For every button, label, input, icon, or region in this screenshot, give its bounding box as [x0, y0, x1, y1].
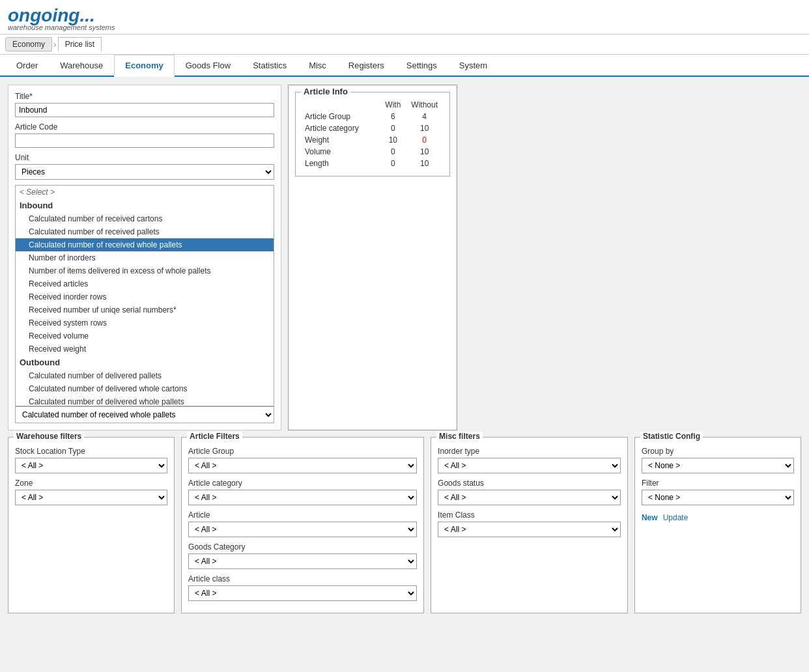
nav-warehouse[interactable]: Warehouse — [49, 55, 114, 77]
unit-select[interactable]: Pieces — [15, 164, 274, 180]
row-without: 4 — [406, 111, 443, 122]
new-link[interactable]: New — [642, 513, 658, 522]
article-category-label: Article category — [188, 479, 417, 488]
breadcrumb-sep: › — [52, 39, 58, 49]
row-with: 0 — [380, 158, 406, 169]
filter-select[interactable]: < None > — [642, 490, 794, 505]
update-link[interactable]: Update — [663, 513, 688, 522]
misc-filters: Misc filters Inorder type < All > Goods … — [431, 437, 628, 613]
form-left: Title* Article Code Unit Pieces < Select… — [8, 85, 281, 430]
breadcrumb: Economy › Price list — [0, 35, 809, 55]
stock-location-select[interactable]: < All > — [15, 458, 167, 473]
nav-registers[interactable]: Registers — [337, 55, 395, 77]
bottom-select[interactable]: Calculated number of received whole pall… — [16, 407, 274, 423]
item-received-weight[interactable]: Received weight — [16, 343, 274, 356]
article-code-label: Article Code — [15, 122, 274, 132]
inorder-type-label: Inorder type — [438, 447, 621, 456]
article-filters: Article Filters Article Group < All > Ar… — [181, 437, 424, 613]
item-num-inorders[interactable]: Number of inorders — [16, 251, 274, 264]
dropdown-list[interactable]: < Select > Inbound Calculated number of … — [15, 185, 274, 406]
col-with: With — [380, 99, 406, 111]
item-class-select[interactable]: < All > — [438, 522, 621, 537]
item-delivered-whole-cartons[interactable]: Calculated number of delivered whole car… — [16, 382, 274, 395]
zone-select[interactable]: < All > — [15, 490, 167, 505]
table-row: Length 0 10 — [302, 158, 443, 169]
stat-links: New Update — [642, 513, 794, 522]
article-info-panel: Article Info With Without Article Group … — [288, 85, 457, 430]
item-received-inorder-rows[interactable]: Received inorder rows — [16, 290, 274, 303]
item-received-volume[interactable]: Received volume — [16, 329, 274, 343]
item-calc-whole-pallets[interactable]: Calculated number of received whole pall… — [16, 238, 274, 251]
article-class-select[interactable]: < All > — [188, 585, 417, 601]
stat-config-title: Statistic Config — [640, 432, 703, 441]
group-outbound: Outbound — [16, 356, 274, 369]
article-class-label: Article class — [188, 574, 417, 583]
article-select[interactable]: < All > — [188, 522, 417, 537]
logo-text: ongoing... — [8, 5, 95, 25]
row-label: Volume — [302, 146, 380, 158]
row-with: 0 — [380, 122, 406, 134]
misc-filters-title: Misc filters — [436, 432, 483, 441]
breadcrumb-economy[interactable]: Economy — [5, 37, 52, 51]
bottom-select-wrap[interactable]: Calculated number of received whole pall… — [15, 406, 274, 423]
breadcrumb-pricelist[interactable]: Price list — [58, 37, 102, 51]
logo-subtitle: warehouse management systems — [8, 23, 115, 31]
statistic-config: Statistic Config Group by < None > Filte… — [634, 437, 801, 613]
goods-category-label: Goods Category — [188, 542, 417, 552]
filters-row: Warehouse filters Stock Location Type < … — [8, 437, 801, 613]
row-without: 0 — [406, 134, 443, 146]
row-without: 10 — [406, 158, 443, 169]
table-row: Weight 10 0 — [302, 134, 443, 146]
row-with: 0 — [380, 146, 406, 158]
filter-label: Filter — [642, 479, 794, 488]
title-input[interactable] — [15, 103, 274, 117]
row-with: 6 — [380, 111, 406, 122]
nav-economy[interactable]: Economy — [114, 55, 175, 77]
article-filters-title: Article Filters — [187, 432, 242, 441]
row-without: 10 — [406, 146, 443, 158]
article-category-select[interactable]: < All > — [188, 490, 417, 505]
article-info-title: Article Info — [301, 87, 350, 96]
goods-status-select[interactable]: < All > — [438, 490, 621, 505]
article-info-table: With Without Article Group 6 4 Article c… — [302, 99, 443, 169]
group-inbound: Inbound — [16, 199, 274, 212]
item-calc-cartons[interactable]: Calculated number of received cartons — [16, 212, 274, 225]
top-section: Title* Article Code Unit Pieces < Select… — [8, 85, 801, 430]
col-without: Without — [406, 99, 443, 111]
nav-settings[interactable]: Settings — [395, 55, 448, 77]
item-received-serial[interactable]: Received number uf uniqe serial numbers* — [16, 303, 274, 316]
goods-status-label: Goods status — [438, 479, 621, 488]
item-received-articles[interactable]: Received articles — [16, 277, 274, 290]
row-label: Length — [302, 158, 380, 169]
nav-goods-flow[interactable]: Goods Flow — [175, 55, 242, 77]
item-delivered-whole-pallets[interactable]: Calculated number of delivered whole pal… — [16, 395, 274, 406]
logo: ongoing... warehouse management systems — [8, 5, 801, 31]
warehouse-filters-title: Warehouse filters — [14, 432, 84, 441]
item-num-excess[interactable]: Number of items delivered in excess of w… — [16, 264, 274, 277]
inorder-type-select[interactable]: < All > — [438, 458, 621, 473]
item-delivered-pallets[interactable]: Calculated number of delivered pallets — [16, 369, 274, 382]
nav-system[interactable]: System — [448, 55, 498, 77]
unit-label: Unit — [15, 153, 274, 162]
nav-statistics[interactable]: Statistics — [242, 55, 298, 77]
row-without: 10 — [406, 122, 443, 134]
article-code-input[interactable] — [15, 133, 274, 148]
dropdown-placeholder[interactable]: < Select > — [16, 186, 274, 199]
header: ongoing... warehouse management systems — [0, 0, 809, 35]
article-group-select[interactable]: < All > — [188, 458, 417, 473]
item-received-system-rows[interactable]: Received system rows — [16, 316, 274, 329]
goods-category-select[interactable]: < All > — [188, 553, 417, 569]
stock-location-label: Stock Location Type — [15, 447, 167, 456]
group-by-select[interactable]: < None > — [642, 458, 794, 473]
nav-order[interactable]: Order — [5, 55, 49, 77]
nav-misc[interactable]: Misc — [298, 55, 337, 77]
main-content: Title* Article Code Unit Pieces < Select… — [0, 77, 809, 671]
row-label: Article Group — [302, 111, 380, 122]
table-row: Article category 0 10 — [302, 122, 443, 134]
item-calc-pallets[interactable]: Calculated number of received pallets — [16, 225, 274, 238]
title-label: Title* — [15, 92, 274, 101]
table-row: Volume 0 10 — [302, 146, 443, 158]
zone-label: Zone — [15, 479, 167, 488]
item-class-label: Item Class — [438, 511, 621, 520]
article-label: Article — [188, 511, 417, 520]
